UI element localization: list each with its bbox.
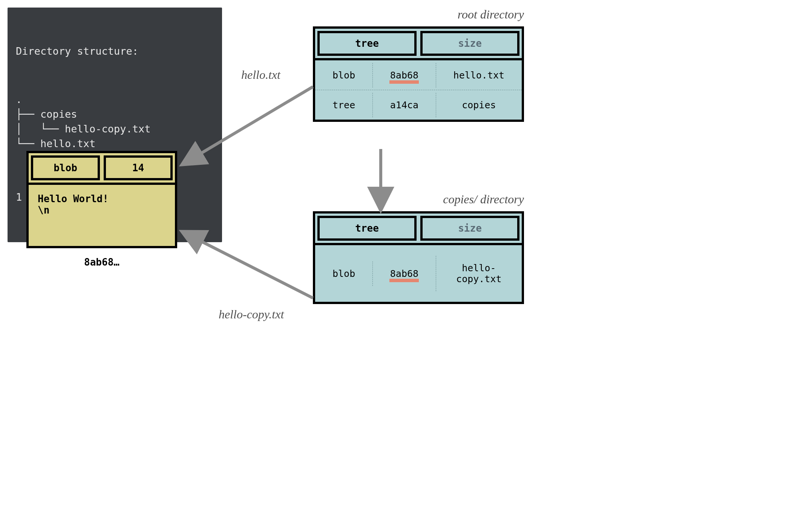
entry-name: hello.txt bbox=[436, 63, 522, 88]
entry-hash: a14ca bbox=[372, 93, 435, 117]
blob-hash: 8ab68… bbox=[26, 257, 177, 268]
blob-type-label: blob bbox=[31, 155, 100, 180]
copies-tree-size-label: size bbox=[420, 216, 519, 241]
root-tree-object: tree size blob 8ab68 hello.txt tree a14c… bbox=[313, 26, 524, 122]
blob-content: Hello World! \n bbox=[29, 183, 175, 246]
entry-hash: 8ab68 bbox=[372, 63, 435, 88]
entry-name: copies bbox=[436, 93, 522, 117]
entry-type: blob bbox=[315, 63, 372, 88]
copies-tree-rows: blob 8ab68 hello-copy.txt bbox=[315, 243, 522, 302]
root-tree-row: tree a14ca copies bbox=[315, 90, 522, 120]
root-tree-size-label: size bbox=[420, 31, 519, 56]
copies-tree-row: blob 8ab68 hello-copy.txt bbox=[315, 245, 522, 302]
entry-type: blob bbox=[315, 261, 372, 286]
root-tree-row: blob 8ab68 hello.txt bbox=[315, 60, 522, 90]
diagram-canvas: Directory structure: . ├── copies │ └── … bbox=[0, 0, 573, 362]
arrow-label-hello: hello.txt bbox=[241, 68, 280, 82]
terminal-tree: . ├── copies │ └── hello-copy.txt └── he… bbox=[16, 92, 214, 151]
root-tree-caption: root directory bbox=[313, 8, 524, 22]
terminal-heading: Directory structure: bbox=[16, 44, 214, 58]
copies-tree-type-label: tree bbox=[317, 216, 417, 241]
entry-hash: 8ab68 bbox=[372, 261, 435, 286]
blob-size-label: 14 bbox=[104, 155, 173, 180]
arrow-label-hello-copy: hello-copy.txt bbox=[219, 307, 284, 321]
entry-name: hello-copy.txt bbox=[436, 256, 522, 291]
blob-object: blob 14 Hello World! \n bbox=[26, 151, 177, 248]
copies-tree-caption: copies/ directory bbox=[313, 192, 524, 206]
entry-type: tree bbox=[315, 93, 372, 117]
copies-tree-object: tree size blob 8ab68 hello-copy.txt bbox=[313, 211, 524, 304]
root-tree-rows: blob 8ab68 hello.txt tree a14ca copies bbox=[315, 58, 522, 120]
root-tree-type-label: tree bbox=[317, 31, 417, 56]
